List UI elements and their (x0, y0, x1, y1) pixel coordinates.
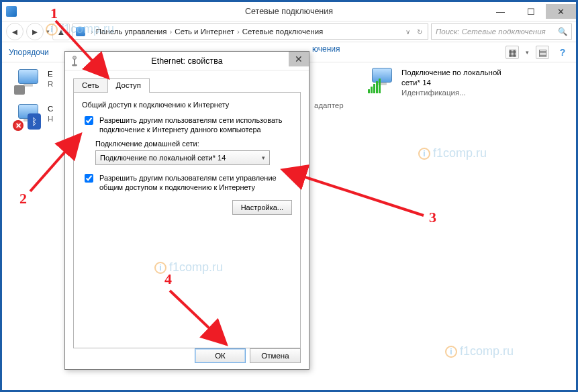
dialog-icon (69, 56, 80, 66)
tab-panel-access: Общий доступ к подключению к Интернету Р… (73, 92, 301, 348)
home-network-combo[interactable]: Подключение по локальной сети* 14 ▾ (95, 150, 270, 165)
app-icon (6, 6, 17, 17)
maximize-button[interactable]: ☐ (516, 4, 546, 19)
ok-button[interactable]: ОК (195, 348, 246, 363)
home-network-label: Подключение домашней сети: (95, 140, 292, 148)
history-chevron-icon[interactable]: ▾ (46, 28, 50, 35)
net-item-l1: E (48, 69, 53, 79)
dialog-titlebar: Ethernet: свойства ✕ (65, 52, 309, 70)
allow-sharing-row: Разрешить другим пользователям сети испо… (82, 115, 292, 134)
chevron-down-icon: ▾ (262, 154, 265, 161)
help-icon[interactable]: ? (556, 46, 569, 59)
titlebar: Сетевые подключения — ☐ ✕ (2, 2, 576, 21)
svg-rect-1 (74, 59, 75, 64)
combo-value: Подключение по локальной сети* 14 (100, 154, 262, 162)
forward-button[interactable]: ► (26, 23, 44, 40)
breadcrumb-1[interactable]: Панель управления (96, 28, 167, 36)
net-item-l2: R (48, 79, 53, 89)
view-chevron-icon[interactable]: ▾ (526, 49, 529, 56)
close-button[interactable]: ✕ (546, 4, 576, 19)
tab-access[interactable]: Доступ (107, 78, 150, 93)
allow-control-row: Разрешить другим пользователям сети упра… (82, 173, 292, 192)
breadcrumb-sep: › (89, 28, 95, 36)
tab-network[interactable]: Сеть (73, 78, 108, 93)
dialog-tabs: Сеть Доступ (73, 77, 301, 92)
allow-control-checkbox[interactable] (85, 174, 93, 183)
location-chevron-icon[interactable]: ∨ (403, 28, 413, 36)
breadcrumb-2[interactable]: Сеть и Интернет (175, 28, 234, 36)
network-item-bluetooth[interactable]: ᛒ✕ С Н (14, 104, 61, 130)
breadcrumb-sep: › (236, 28, 241, 36)
back-button[interactable]: ◄ (6, 23, 23, 40)
settings-button[interactable]: Настройка... (232, 200, 292, 215)
net-item-l2: Н (48, 114, 53, 124)
svg-point-0 (73, 56, 77, 59)
breadcrumb-sep: › (168, 28, 174, 36)
group-title: Общий доступ к подключению к Интернету (82, 101, 292, 109)
allow-sharing-label: Разрешить другим пользователям сети испо… (99, 115, 292, 134)
network-icon (76, 27, 85, 36)
allow-sharing-checkbox[interactable] (85, 116, 93, 125)
search-input[interactable]: Поиск: Сетевые подключения 🔍 (431, 23, 572, 40)
up-button[interactable]: ▲ (52, 23, 70, 40)
refresh-icon[interactable]: ↻ (414, 28, 425, 36)
adapter-label-fragment: адаптер (314, 101, 344, 109)
view-layout-icon[interactable]: ▦ (505, 46, 519, 59)
ethernet-properties-dialog: Ethernet: свойства ✕ Сеть Доступ Общий д… (64, 51, 309, 370)
wifi-adapter-icon (368, 68, 396, 93)
dialog-buttons: ОК Отмена (195, 348, 301, 363)
net-item-title: Подключение по локальной сети* 14 (401, 68, 516, 88)
watermark: if1comp.ru (154, 260, 223, 275)
svg-point-2 (72, 64, 77, 66)
location-breadcrumb[interactable]: › Панель управления › Сеть и Интернет › … (73, 23, 428, 40)
network-item-ethernet[interactable]: E R (14, 69, 61, 95)
dialog-title: Ethernet: свойства (151, 56, 222, 66)
view-details-icon[interactable]: ▤ (536, 46, 549, 59)
address-bar: ◄ ► ▾ ▲ › Панель управления › Сеть и Инт… (2, 21, 576, 42)
net-item-status: Идентификация... (401, 88, 516, 98)
search-icon: 🔍 (558, 27, 567, 36)
net-item-l1: С (48, 104, 53, 114)
search-placeholder: Поиск: Сетевые подключения (436, 28, 546, 36)
bluetooth-adapter-icon: ᛒ✕ (14, 104, 42, 130)
connections-label-fragment: ючения (312, 44, 340, 54)
watermark: if1comp.ru (418, 146, 487, 160)
cancel-button[interactable]: Отмена (250, 348, 301, 363)
dialog-close-button[interactable]: ✕ (289, 52, 309, 66)
minimize-button[interactable]: — (485, 4, 516, 19)
allow-control-label: Разрешить другим пользователям сети упра… (99, 173, 292, 192)
window-controls: — ☐ ✕ (485, 4, 576, 19)
network-item-lan14[interactable]: Подключение по локальной сети* 14 Иденти… (368, 68, 516, 98)
watermark: if1comp.ru (445, 344, 514, 358)
ethernet-adapter-icon (14, 69, 42, 95)
breadcrumb-3[interactable]: Сетевые подключения (242, 28, 324, 36)
organize-button[interactable]: Упорядочи (9, 48, 49, 57)
